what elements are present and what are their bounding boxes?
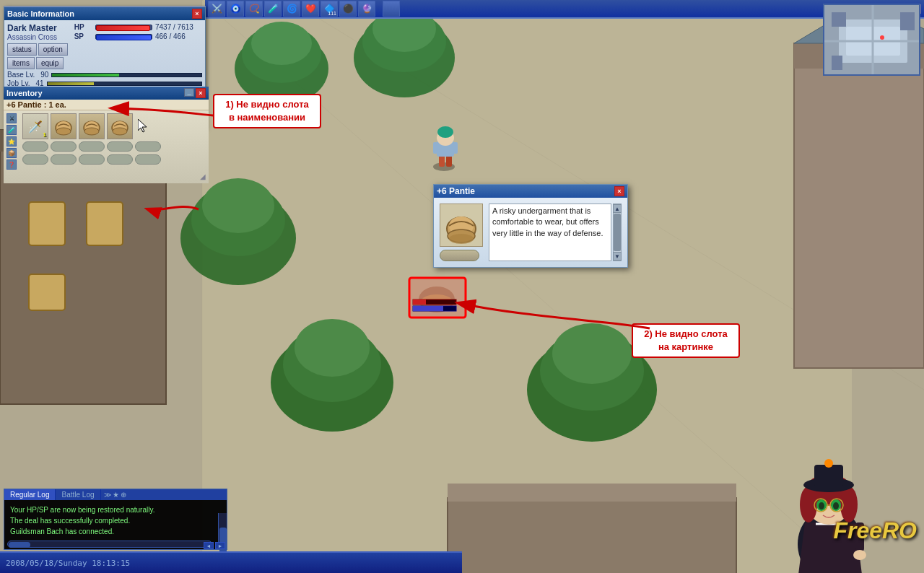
inv-slot-pantie1[interactable] (51, 113, 77, 139)
inv-empty-slot-8 (79, 154, 105, 165)
svg-point-21 (202, 178, 274, 233)
inv-empty-slot-7 (51, 154, 77, 165)
inventory-close[interactable]: × (196, 88, 206, 98)
annotation-1: 1) Не видно слота в наименовании (213, 94, 321, 128)
inv-item-count-dagger: 1 (43, 131, 46, 138)
hp-label: HP (74, 23, 92, 31)
option-btn[interactable]: option (38, 43, 68, 56)
item-popup: +6 Pantie × A risky undergarment that is… (433, 184, 628, 268)
item-popup-close[interactable]: × (614, 186, 624, 196)
svg-rect-36 (433, 142, 437, 154)
inventory-panel: Inventory _ × +6 Pantie : 1 ea. ⚔ 🧪 ⭐ 📦 … (4, 87, 209, 183)
action-slot-8[interactable]: ⚫ (339, 1, 357, 17)
chat-msg-2: The deal has successfully completed. (10, 515, 212, 526)
sp-label: SP (74, 32, 92, 40)
chat-icon-2[interactable]: ★ (113, 491, 119, 499)
action-slot-6[interactable]: ❤️ (302, 1, 319, 17)
inventory-minimize[interactable]: _ (184, 88, 194, 97)
cursor-icon (138, 119, 149, 134)
sp-value: 466 / 466 (155, 32, 202, 40)
action-slot-4[interactable]: 🧪 (264, 1, 282, 17)
svg-point-83 (833, 502, 839, 509)
chat-hscrollbar[interactable] (7, 541, 212, 548)
inv-filter-btn-5[interactable]: ❓ (6, 159, 17, 170)
scroll-right-btn[interactable]: ► (215, 542, 225, 549)
basic-info-close[interactable]: × (192, 9, 202, 19)
base-lv-label: Base Lv. (7, 71, 35, 79)
action-bar: ⚔️ 🧿 📿 🧪 🌀 ❤️ 🔷 111 ⚫ 🔮 111 1 (205, 0, 924, 19)
svg-rect-28 (448, 498, 736, 573)
chat-messages: Your HP/SP are now being restored natura… (7, 502, 215, 539)
inv-slot-dagger[interactable]: 🗡️ 1 (22, 113, 48, 139)
pantie-icon-3 (110, 116, 130, 136)
hp-value: 7437 / 7613 (155, 23, 202, 31)
hp-bar (96, 25, 150, 31)
svg-rect-70 (832, 12, 846, 27)
action-slot-10[interactable] (383, 1, 400, 17)
inv-empty-slot-6 (22, 154, 48, 165)
base-lv-value: 90 (40, 71, 48, 79)
scrollbar-thumb[interactable] (614, 214, 621, 251)
inv-filter-btn-4[interactable]: 📦 (6, 148, 17, 158)
chat-hscroll-thumb[interactable] (9, 542, 30, 548)
scrollbar-down[interactable]: ▼ (613, 252, 622, 261)
item-popup-image (440, 204, 483, 247)
chat-tab-battle[interactable]: Battle Log (56, 489, 100, 500)
action-slot-3[interactable]: 📿 (245, 1, 263, 17)
base-exp-bar (51, 73, 202, 77)
level-info: Base Lv. 90 (7, 71, 48, 79)
action-slot-2[interactable]: 🧿 (227, 1, 244, 17)
items-btn[interactable]: items (7, 57, 35, 69)
inv-empty-slot-2 (51, 141, 77, 152)
svg-rect-85 (814, 465, 843, 486)
chat-icon-1[interactable]: ≫ (104, 491, 111, 499)
pantie-icon-2 (82, 116, 102, 136)
svg-rect-8 (87, 202, 123, 245)
action-slot-9[interactable]: 🔮 (358, 1, 375, 17)
item-popup-title: +6 Pantie × (434, 185, 627, 198)
timestamp: 2008/05/18/Sunday 18:13:15 (6, 559, 130, 568)
svg-rect-71 (900, 12, 915, 30)
status-btn[interactable]: status (7, 43, 37, 56)
chat-msg-1: Your HP/SP are now being restored natura… (10, 504, 212, 515)
item-shadow (440, 250, 479, 261)
inventory-body: ⚔ 🧪 ⭐ 📦 ❓ 🗡️ 1 (4, 110, 209, 183)
chat-tabs: Regular Log Battle Log ≫ ★ ⊕ (4, 489, 227, 500)
item-scrollbar[interactable]: ▲ ▼ (613, 204, 622, 261)
svg-rect-42 (413, 299, 426, 305)
equip-btn[interactable]: equip (36, 57, 64, 69)
inv-slot-pantie3[interactable] (107, 113, 133, 139)
svg-rect-10 (794, 43, 924, 368)
svg-point-50 (84, 128, 99, 135)
inventory-resize[interactable]: ◢ (6, 172, 206, 180)
chat-icon-3[interactable]: ⊕ (121, 491, 126, 499)
inv-filter-btn-3[interactable]: ⭐ (6, 136, 17, 146)
svg-rect-31 (439, 155, 445, 167)
svg-point-53 (113, 128, 127, 135)
inventory-title-bar: Inventory _ × (4, 87, 209, 100)
sp-bar-container (95, 34, 152, 40)
inventory-title: Inventory (6, 89, 43, 97)
annotation-2: 2) Не видно слота на картинке (632, 323, 740, 358)
inv-empty-slot-3 (79, 141, 105, 152)
chat-tab-icons: ≫ ★ ⊕ (101, 489, 129, 500)
chat-area: Regular Log Battle Log ≫ ★ ⊕ Your HP/SP … (4, 489, 227, 550)
chat-tab-regular[interactable]: Regular Log (4, 489, 56, 500)
svg-point-15 (251, 22, 312, 65)
svg-point-91 (853, 550, 866, 560)
svg-marker-54 (138, 119, 147, 132)
action-slot-5[interactable]: 🌀 (283, 1, 300, 17)
freero-logo: FreeRO (833, 517, 917, 544)
inv-slot-pantie2[interactable] (79, 113, 105, 139)
minimap-content (824, 5, 920, 76)
minimap (823, 4, 920, 76)
scrollbar-up[interactable]: ▲ (613, 204, 622, 213)
action-slot-7[interactable]: 🔷 111 (321, 1, 338, 17)
inv-filter-btn-2[interactable]: 🧪 (6, 125, 17, 135)
red-arrow-svg-1 (144, 198, 202, 220)
svg-rect-72 (832, 56, 842, 70)
buttons-row-1: status option (7, 43, 202, 56)
action-slot-1[interactable]: ⚔️ (208, 1, 225, 17)
inv-filter-btn-1[interactable]: ⚔ (6, 113, 17, 123)
scroll-left-btn[interactable]: ◄ (204, 542, 214, 549)
